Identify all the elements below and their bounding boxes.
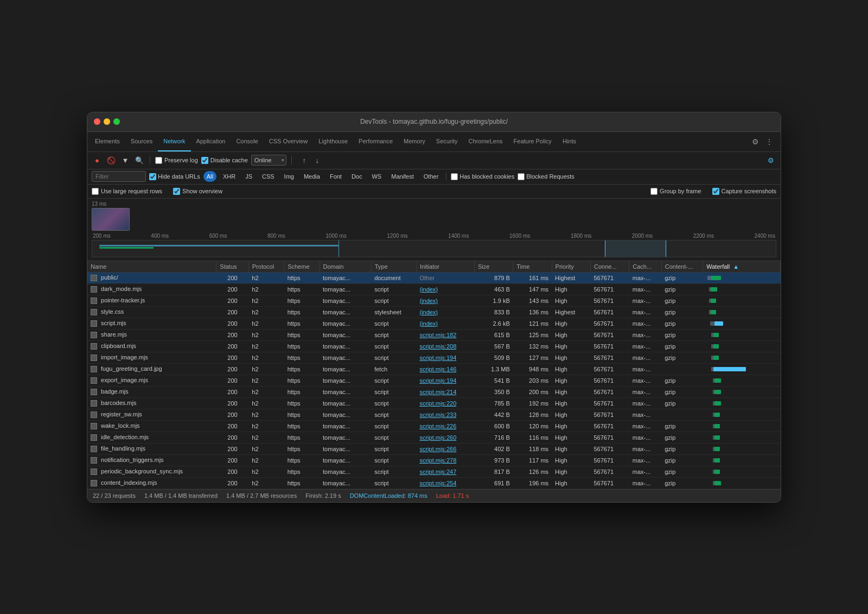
col-header-domain[interactable]: Domain: [320, 261, 371, 273]
initiator-link[interactable]: script.mjs:278: [419, 457, 456, 464]
tab-memory[interactable]: Memory: [398, 132, 431, 151]
filter-input[interactable]: [92, 171, 146, 182]
blocked-requests-chip[interactable]: Blocked Requests: [518, 173, 575, 180]
table-row[interactable]: clipboard.mjs 200 h2 https tomayac... sc…: [87, 340, 781, 352]
table-row[interactable]: badge.mjs 200 h2 https tomayac... script…: [87, 386, 781, 397]
col-header-size[interactable]: Size: [474, 261, 513, 273]
table-row[interactable]: export_image.mjs 200 h2 https tomayac...…: [87, 375, 781, 386]
initiator-link[interactable]: script.mjs:214: [419, 389, 456, 395]
col-header-priority[interactable]: Priority: [552, 261, 590, 273]
table-row[interactable]: notification_triggers.mjs 200 h2 https t…: [87, 454, 781, 466]
table-row[interactable]: dark_mode.mjs 200 h2 https tomayac... sc…: [87, 283, 781, 295]
filter-all-button[interactable]: All: [203, 171, 216, 182]
col-header-status[interactable]: Status: [216, 261, 248, 273]
screenshot-thumbnail[interactable]: [92, 208, 130, 231]
throttle-select-wrapper[interactable]: Online Fast 3G Slow 3G Offline: [251, 155, 286, 166]
initiator-link[interactable]: script.mjs:247: [419, 469, 456, 475]
initiator-link[interactable]: script.mjs:182: [419, 332, 456, 338]
col-header-scheme[interactable]: Scheme: [284, 261, 320, 273]
search-button[interactable]: 🔍: [134, 155, 145, 166]
group-by-frame-option[interactable]: Group by frame: [650, 188, 701, 195]
table-row[interactable]: periodic_background_sync.mjs 200 h2 http…: [87, 466, 781, 477]
initiator-link[interactable]: script.mjs:194: [419, 355, 456, 361]
show-overview-option[interactable]: Show overview: [173, 188, 222, 195]
initiator-link[interactable]: (index): [419, 286, 438, 293]
tab-application[interactable]: Application: [191, 132, 231, 151]
has-blocked-cookies-chip[interactable]: Has blocked cookies: [451, 173, 514, 180]
initiator-link[interactable]: script.mjs:220: [419, 400, 456, 407]
table-row[interactable]: idle_detection.mjs 200 h2 https tomayac.…: [87, 432, 781, 443]
tab-console[interactable]: Console: [231, 132, 263, 151]
tab-elements[interactable]: Elements: [90, 132, 125, 151]
record-button[interactable]: ●: [92, 155, 103, 166]
initiator-link[interactable]: (index): [419, 320, 438, 327]
col-header-conn[interactable]: Conne...: [590, 261, 629, 273]
filter-css-button[interactable]: CSS: [259, 171, 278, 182]
large-rows-option[interactable]: Use large request rows: [92, 188, 162, 195]
filter-manifest-button[interactable]: Manifest: [388, 171, 417, 182]
filter-other-button[interactable]: Other: [420, 171, 442, 182]
table-row[interactable]: wake_lock.mjs 200 h2 https tomayac... sc…: [87, 420, 781, 432]
filter-media-button[interactable]: Media: [301, 171, 323, 182]
tab-performance[interactable]: Performance: [353, 132, 398, 151]
export-button[interactable]: ↓: [312, 155, 323, 166]
capture-screenshots-option[interactable]: Capture screenshots: [712, 188, 777, 195]
initiator-link[interactable]: script.mjs:233: [419, 412, 456, 418]
clear-button[interactable]: 🚫: [106, 155, 117, 166]
table-row[interactable]: fugu_greeting_card.jpg 200 h2 https toma…: [87, 363, 781, 375]
filter-icon[interactable]: ▼: [120, 155, 131, 166]
filter-img-button[interactable]: Img: [281, 171, 297, 182]
preserve-log-checkbox[interactable]: Preserve log: [155, 157, 198, 164]
timeline-overview[interactable]: [92, 240, 776, 257]
filter-xhr-button[interactable]: XHR: [220, 171, 239, 182]
settings-icon[interactable]: ⚙: [750, 137, 760, 147]
col-header-content[interactable]: Content-...: [661, 261, 703, 273]
col-header-name[interactable]: Name: [87, 261, 216, 273]
initiator-link[interactable]: script.mjs:266: [419, 446, 456, 452]
initiator-link[interactable]: script.mjs:146: [419, 366, 456, 372]
more-options-icon[interactable]: ⋮: [764, 137, 774, 147]
initiator-link[interactable]: script.mjs:194: [419, 377, 456, 384]
tab-css-overview[interactable]: CSS Overview: [264, 132, 314, 151]
table-row[interactable]: share.mjs 200 h2 https tomayac... script…: [87, 329, 781, 340]
col-header-waterfall[interactable]: Waterfall ▲: [703, 261, 781, 273]
filter-ws-button[interactable]: WS: [368, 171, 385, 182]
initiator-link[interactable]: script.mjs:226: [419, 423, 456, 429]
table-row[interactable]: register_sw.mjs 200 h2 https tomayac... …: [87, 409, 781, 420]
tab-chromelens[interactable]: ChromeLens: [463, 132, 508, 151]
filter-doc-button[interactable]: Doc: [348, 171, 366, 182]
filter-font-button[interactable]: Font: [327, 171, 345, 182]
col-header-protocol[interactable]: Protocol: [248, 261, 284, 273]
col-header-time[interactable]: Time: [513, 261, 552, 273]
initiator-link[interactable]: script.mjs:208: [419, 343, 456, 350]
minimize-button[interactable]: [104, 118, 110, 125]
close-button[interactable]: [94, 118, 100, 125]
table-row[interactable]: barcodes.mjs 200 h2 https tomayac... scr…: [87, 397, 781, 409]
filter-js-button[interactable]: JS: [242, 171, 256, 182]
tab-sources[interactable]: Sources: [125, 132, 158, 151]
col-header-cache[interactable]: Cach...: [629, 261, 661, 273]
tab-security[interactable]: Security: [431, 132, 463, 151]
tab-network[interactable]: Network: [158, 132, 190, 151]
table-row[interactable]: style.css 200 h2 https tomayac... styles…: [87, 306, 781, 318]
initiator-link[interactable]: script.mjs:254: [419, 480, 456, 486]
initiator-link[interactable]: script.mjs:260: [419, 434, 456, 441]
tab-feature-policy[interactable]: Feature Policy: [508, 132, 557, 151]
table-row[interactable]: file_handling.mjs 200 h2 https tomayac..…: [87, 443, 781, 454]
table-row[interactable]: import_image.mjs 200 h2 https tomayac...…: [87, 352, 781, 363]
initiator-link[interactable]: (index): [419, 309, 438, 315]
initiator-link[interactable]: (index): [419, 297, 438, 304]
col-header-type[interactable]: Type: [371, 261, 416, 273]
table-row[interactable]: public/ 200 h2 https tomayac... document…: [87, 272, 781, 283]
maximize-button[interactable]: [113, 118, 120, 125]
table-row[interactable]: content_indexing.mjs 200 h2 https tomaya…: [87, 477, 781, 489]
table-row[interactable]: pointer-tracker.js 200 h2 https tomayac.…: [87, 295, 781, 306]
network-settings-button[interactable]: ⚙: [765, 155, 776, 166]
tab-lighthouse[interactable]: Lighthouse: [313, 132, 353, 151]
col-header-initiator[interactable]: Initiator: [416, 261, 474, 273]
network-table-container[interactable]: Name Status Protocol Scheme Domain Type …: [87, 261, 781, 489]
table-row[interactable]: script.mjs 200 h2 https tomayac... scrip…: [87, 318, 781, 329]
import-button[interactable]: ↑: [299, 155, 310, 166]
tab-hints[interactable]: Hints: [557, 132, 582, 151]
disable-cache-checkbox[interactable]: Disable cache: [201, 157, 248, 164]
